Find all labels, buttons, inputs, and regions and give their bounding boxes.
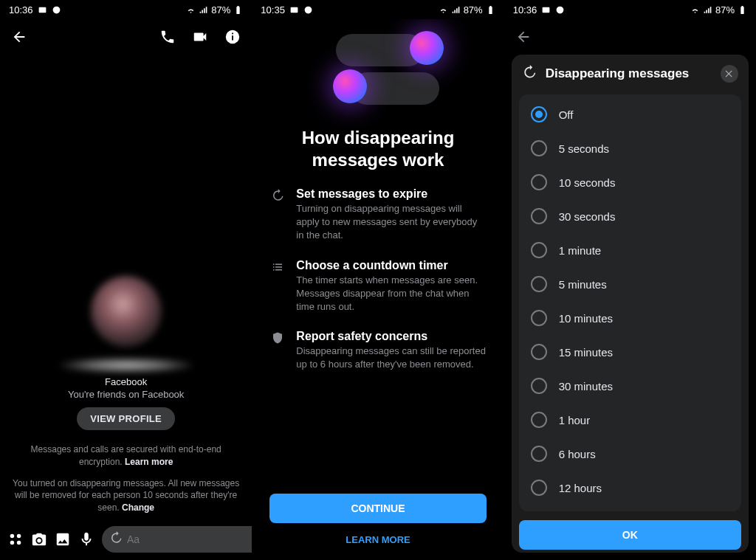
option-label: Off bbox=[559, 108, 574, 121]
screen-chat: 10:36 87% Facebook You're friends on Fac… bbox=[0, 0, 252, 560]
timer-option[interactable]: Off bbox=[519, 97, 741, 131]
list-icon bbox=[269, 259, 286, 314]
messenger-status-icon bbox=[303, 5, 313, 15]
timer-option[interactable]: 12 hours bbox=[519, 471, 741, 505]
shield-icon bbox=[269, 330, 286, 371]
svg-point-1 bbox=[52, 6, 60, 13]
svg-point-9 bbox=[37, 539, 41, 543]
svg-rect-15 bbox=[543, 7, 550, 13]
message-input[interactable] bbox=[127, 533, 252, 545]
svg-rect-13 bbox=[291, 7, 298, 13]
timer-option[interactable]: 6 hours bbox=[519, 437, 741, 471]
feature-expire: Set messages to expire Turning on disapp… bbox=[269, 187, 486, 243]
timer-option[interactable]: 5 seconds bbox=[519, 131, 741, 165]
feature-timer: Choose a countdown timer The timer start… bbox=[269, 259, 486, 314]
view-profile-button[interactable]: VIEW PROFILE bbox=[77, 407, 175, 430]
radio-icon bbox=[531, 480, 547, 496]
learn-more-button[interactable]: LEARN MORE bbox=[269, 526, 486, 553]
status-bar: 10:35 87% bbox=[252, 0, 504, 19]
screen-timer-picker: 10:36 87% Disappearing messages Off5 sec… bbox=[504, 0, 756, 560]
svg-rect-4 bbox=[232, 33, 233, 35]
option-label: 5 minutes bbox=[559, 278, 607, 291]
wifi-icon bbox=[690, 5, 700, 15]
illustration bbox=[269, 27, 486, 122]
battery-percent: 87% bbox=[715, 4, 735, 15]
timer-option[interactable]: 5 minutes bbox=[519, 267, 741, 301]
avatar bbox=[91, 276, 162, 347]
svg-point-14 bbox=[305, 6, 312, 13]
more-actions-button[interactable] bbox=[7, 531, 24, 547]
option-label: 1 minute bbox=[559, 244, 602, 257]
video-call-button[interactable] bbox=[190, 27, 210, 47]
feature-report: Report safety concerns Disappearing mess… bbox=[269, 330, 486, 371]
learn-more-link[interactable]: Learn more bbox=[125, 457, 173, 467]
ok-button[interactable]: OK bbox=[519, 520, 741, 550]
back-button[interactable] bbox=[513, 27, 534, 47]
audio-call-button[interactable] bbox=[157, 27, 178, 47]
continue-button[interactable]: CONTINUE bbox=[269, 494, 486, 523]
svg-point-16 bbox=[557, 6, 564, 13]
timer-option[interactable]: 1 hour bbox=[519, 403, 741, 437]
wifi-icon bbox=[439, 5, 448, 15]
back-button[interactable] bbox=[9, 27, 30, 47]
change-link[interactable]: Change bbox=[122, 502, 154, 513]
radio-icon bbox=[531, 174, 547, 190]
radio-icon bbox=[531, 446, 547, 462]
status-bar: 10:36 87% bbox=[504, 0, 756, 19]
gallery-button[interactable] bbox=[55, 531, 71, 547]
mic-button[interactable] bbox=[78, 531, 94, 547]
svg-rect-3 bbox=[232, 35, 233, 40]
sheet-header: Disappearing messages bbox=[512, 55, 749, 91]
svg-point-6 bbox=[17, 534, 21, 539]
battery-percent: 87% bbox=[211, 4, 230, 15]
messenger-status-icon bbox=[555, 5, 565, 15]
svg-point-5 bbox=[10, 534, 15, 539]
timer-option[interactable]: 10 minutes bbox=[519, 301, 741, 335]
timer-option[interactable]: 30 minutes bbox=[519, 369, 741, 403]
info-title: How disappearing messages work bbox=[269, 127, 486, 171]
signal-icon bbox=[703, 5, 712, 15]
options-list[interactable]: Off5 seconds10 seconds30 seconds1 minute… bbox=[519, 94, 741, 511]
timer-option[interactable]: 15 minutes bbox=[519, 335, 741, 369]
message-input-wrap[interactable] bbox=[102, 526, 252, 553]
camera-button[interactable] bbox=[31, 531, 47, 547]
info-body: How disappearing messages work Set messa… bbox=[252, 19, 504, 560]
history-icon bbox=[522, 65, 537, 83]
friends-label: You're friends on Facebook bbox=[60, 389, 193, 400]
radio-icon bbox=[531, 378, 547, 394]
radio-icon bbox=[531, 344, 547, 360]
info-button[interactable] bbox=[222, 27, 243, 47]
radio-icon bbox=[531, 140, 547, 156]
close-button[interactable] bbox=[721, 65, 738, 83]
radio-icon bbox=[531, 310, 547, 326]
contact-name-blurred bbox=[60, 357, 193, 373]
radio-icon bbox=[531, 412, 547, 428]
wifi-icon bbox=[186, 5, 196, 15]
option-label: 15 minutes bbox=[559, 346, 613, 359]
option-label: 12 hours bbox=[559, 482, 602, 494]
gallery-status-icon bbox=[289, 5, 299, 15]
svg-point-7 bbox=[10, 541, 15, 545]
radio-icon bbox=[531, 208, 547, 224]
feature-heading: Set messages to expire bbox=[296, 187, 486, 201]
status-time: 10:35 bbox=[261, 4, 285, 15]
signal-icon bbox=[451, 5, 461, 15]
option-label: 30 minutes bbox=[559, 380, 613, 393]
battery-icon bbox=[486, 5, 495, 15]
picker-topbar bbox=[504, 19, 756, 55]
feature-body: Disappearing messages can still be repor… bbox=[296, 345, 486, 371]
chat-topbar bbox=[0, 19, 252, 55]
battery-icon bbox=[233, 5, 243, 15]
history-icon bbox=[109, 531, 123, 547]
chat-body: Facebook You're friends on Facebook VIEW… bbox=[0, 55, 252, 520]
e2e-notice: Messages and calls are secured with end-… bbox=[10, 443, 241, 469]
timer-option[interactable]: 30 seconds bbox=[519, 199, 741, 233]
battery-icon bbox=[738, 5, 747, 15]
timer-option[interactable]: 1 minute bbox=[519, 233, 741, 267]
radio-icon bbox=[531, 242, 547, 258]
picker-body: Disappearing messages Off5 seconds10 sec… bbox=[504, 55, 756, 560]
disappearing-notice: You turned on disappearing messages. All… bbox=[10, 477, 241, 514]
radio-icon bbox=[531, 106, 547, 122]
svg-rect-0 bbox=[38, 7, 46, 13]
timer-option[interactable]: 10 seconds bbox=[519, 165, 741, 199]
